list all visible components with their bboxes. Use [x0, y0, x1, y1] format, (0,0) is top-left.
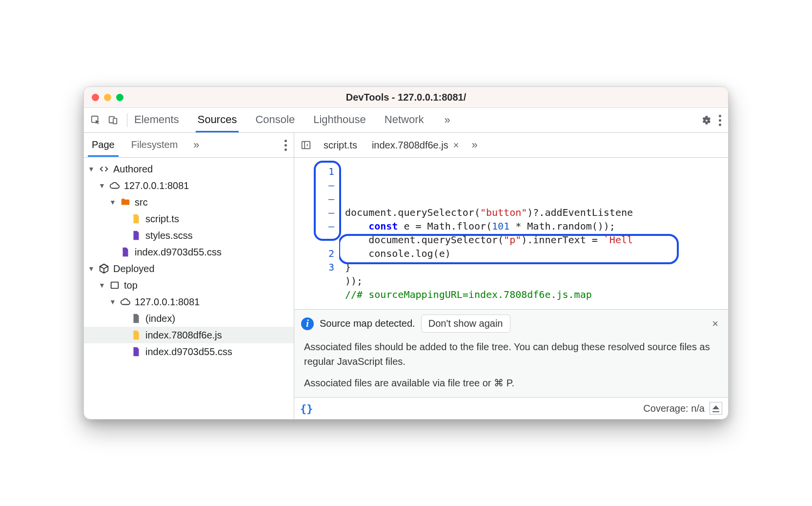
- show-drawer-icon[interactable]: [710, 402, 722, 415]
- close-icon[interactable]: ×: [709, 317, 721, 330]
- tree-label: top: [124, 280, 138, 291]
- folder-icon: [120, 197, 131, 208]
- tree-file[interactable]: index.d9703d55.css: [84, 244, 294, 260]
- file-css-icon: [131, 230, 142, 241]
- nav-more-icon[interactable]: [282, 137, 290, 154]
- tree-group-authored[interactable]: Authored: [84, 161, 294, 177]
- nav-tab-page[interactable]: Page: [88, 134, 119, 156]
- navigator-tabs: Page Filesystem »: [84, 133, 294, 158]
- tree-label: 127.0.0.1:8081: [135, 296, 200, 308]
- infobar-text: Associated files should be added to the …: [304, 339, 718, 369]
- file-css-icon: [120, 247, 131, 257]
- infobar-body: Associated files should be added to the …: [294, 337, 728, 397]
- devtools-window: DevTools - 127.0.0.1:8081/ Elements Sour…: [83, 86, 729, 420]
- gear-icon[interactable]: [698, 112, 714, 128]
- tab-elements[interactable]: Elements: [133, 108, 180, 132]
- code-view[interactable]: 1 – – – – 2 3 document.querySelector("bu…: [294, 158, 728, 309]
- infobar-title: Source map detected.: [320, 318, 415, 329]
- svg-rect-4: [302, 142, 310, 149]
- minimize-window-icon[interactable]: [104, 94, 111, 101]
- gutter-line[interactable]: 1: [294, 165, 334, 178]
- tree-file[interactable]: styles.scss: [84, 227, 294, 244]
- gutter-line: [294, 233, 334, 247]
- code-tag-icon: [99, 164, 109, 174]
- editor-tabs: script.ts index.7808df6e.js × »: [294, 133, 728, 158]
- more-menu-icon[interactable]: [716, 112, 724, 129]
- editor-tab-label: index.7808df6e.js: [372, 140, 448, 151]
- tree-label: index.d9703d55.css: [135, 247, 222, 258]
- editor-tab[interactable]: script.ts: [319, 131, 362, 159]
- tree-file[interactable]: (index): [84, 310, 294, 327]
- close-icon[interactable]: ×: [453, 140, 459, 151]
- editor: script.ts index.7808df6e.js × » 1 – – – …: [294, 133, 728, 419]
- device-toggle-icon[interactable]: [105, 112, 121, 128]
- tree-label: index.d9703d55.css: [145, 346, 232, 358]
- source-text[interactable]: document.querySelector("button")?.addEve…: [339, 158, 728, 309]
- editor-tab-label: script.ts: [324, 140, 357, 151]
- gutter-line[interactable]: –: [294, 178, 334, 192]
- file-css-icon: [131, 346, 142, 357]
- status-bar: {} Coverage: n/a: [294, 397, 728, 419]
- tree-group-deployed[interactable]: Deployed: [84, 260, 294, 277]
- traffic-lights: [84, 94, 123, 101]
- titlebar: DevTools - 127.0.0.1:8081/: [84, 87, 728, 108]
- coverage-label: Coverage: n/a: [643, 403, 705, 414]
- close-window-icon[interactable]: [92, 94, 99, 101]
- tree-host[interactable]: 127.0.0.1:8081: [84, 177, 294, 194]
- infobar: i Source map detected. Don't show again …: [294, 309, 728, 397]
- info-icon: i: [301, 317, 314, 330]
- nav-overflow-icon[interactable]: »: [190, 139, 202, 151]
- infobar-text: Associated files are available via file …: [304, 376, 718, 390]
- gutter-line[interactable]: –: [294, 219, 334, 233]
- tree-label: styles.scss: [145, 230, 193, 241]
- panel-tabs: Elements Sources Console Lighthouse Netw…: [133, 108, 453, 132]
- gutter-line[interactable]: –: [294, 206, 334, 219]
- zoom-window-icon[interactable]: [116, 94, 123, 101]
- frame-icon: [109, 280, 120, 291]
- gutter-line[interactable]: –: [294, 192, 334, 206]
- window-title: DevTools - 127.0.0.1:8081/: [84, 92, 728, 103]
- navigator: Page Filesystem » Authored 127.0.0.1:808…: [84, 133, 294, 419]
- toggle-navigator-icon[interactable]: [298, 137, 314, 153]
- cube-icon: [99, 263, 109, 274]
- file-generic-icon: [131, 313, 142, 324]
- tab-sources[interactable]: Sources: [197, 108, 238, 132]
- tab-console[interactable]: Console: [254, 108, 296, 132]
- svg-rect-3: [111, 282, 119, 289]
- cloud-icon: [120, 296, 131, 307]
- tree-label: index.7808df6e.js: [145, 330, 222, 341]
- svg-rect-2: [113, 118, 117, 124]
- nav-tab-filesystem[interactable]: Filesystem: [127, 134, 182, 156]
- tree-label: 127.0.0.1:8081: [124, 180, 189, 191]
- pretty-print-icon[interactable]: {}: [300, 402, 313, 415]
- tree-file[interactable]: index.7808df6e.js: [84, 327, 294, 343]
- tree-file[interactable]: index.d9703d55.css: [84, 343, 294, 360]
- tree-label: Deployed: [113, 263, 155, 274]
- main-toolbar: Elements Sources Console Lighthouse Netw…: [84, 108, 728, 133]
- separator: [127, 113, 127, 127]
- tree-label: src: [135, 197, 148, 208]
- tab-lighthouse[interactable]: Lighthouse: [312, 108, 367, 132]
- dont-show-again-button[interactable]: Don't show again: [421, 315, 510, 333]
- tree-label: (index): [145, 313, 175, 324]
- tree-label: Authored: [113, 164, 153, 175]
- cloud-icon: [109, 180, 120, 191]
- tab-network[interactable]: Network: [384, 108, 425, 132]
- editor-overflow-icon[interactable]: »: [468, 139, 480, 151]
- tree-folder-src[interactable]: src: [84, 194, 294, 211]
- gutter-line[interactable]: 2: [294, 247, 334, 260]
- inspect-icon[interactable]: [88, 112, 103, 128]
- editor-tab[interactable]: index.7808df6e.js ×: [367, 131, 464, 159]
- file-js-icon: [131, 213, 142, 224]
- tree-file[interactable]: script.ts: [84, 211, 294, 227]
- tree-host[interactable]: 127.0.0.1:8081: [84, 294, 294, 310]
- file-tree: Authored 127.0.0.1:8081 src script.ts st…: [84, 158, 294, 419]
- tree-top[interactable]: top: [84, 277, 294, 294]
- gutter-line[interactable]: 3: [294, 260, 334, 274]
- gutter[interactable]: 1 – – – – 2 3: [294, 158, 339, 309]
- panel-overflow-icon[interactable]: »: [442, 114, 453, 126]
- file-js-icon: [131, 330, 142, 340]
- tree-label: script.ts: [145, 213, 179, 225]
